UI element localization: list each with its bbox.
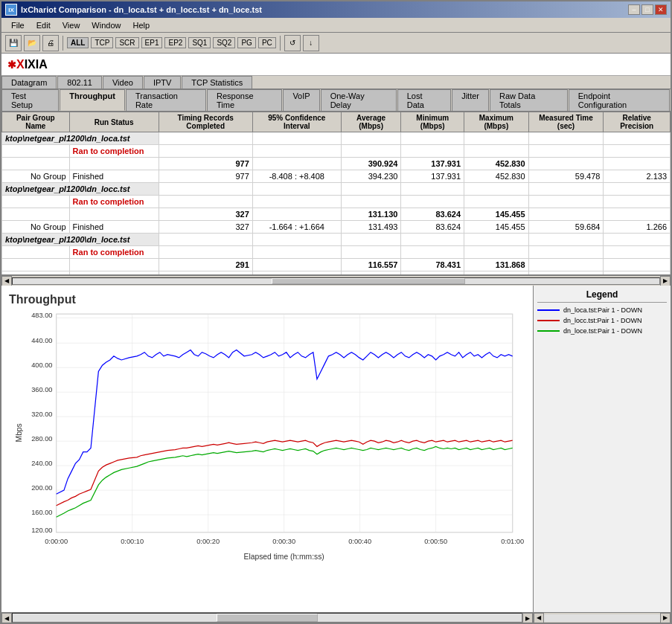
header-confidence: 95% Confidence Interval (252, 112, 341, 132)
meas-loca-ng: 59.478 (528, 170, 604, 183)
avg-loca-summary: 390.924 (341, 158, 401, 170)
main-window: IX IxChariot Comparison - dn_loca.tst + … (0, 0, 672, 624)
min-loca-ng: 137.931 (401, 170, 464, 183)
menu-window[interactable]: Window (86, 20, 127, 30)
subtab-throughput[interactable]: Throughput (60, 89, 125, 111)
min-locc-summary: 83.624 (401, 208, 464, 221)
subtab-raw-data-totals[interactable]: Raw Data Totals (490, 89, 568, 111)
pg-btn[interactable]: PG (237, 37, 255, 48)
svg-text:320.00: 320.00 (31, 411, 52, 418)
content-area: Pair Group Name Run Status Timing Record… (1, 112, 671, 623)
menu-view[interactable]: View (57, 20, 86, 30)
legend-label-loce: dn_loce.tst:Pair 1 - DOWN (563, 327, 642, 335)
menu-help[interactable]: Help (127, 20, 156, 30)
cell-empty (604, 183, 671, 196)
conf-locc-ng: -1.664 : +1.664 (252, 221, 341, 234)
cell-empty (528, 208, 604, 221)
cell-empty (159, 183, 252, 196)
tab-datagram[interactable]: Datagram (1, 76, 57, 89)
cell-empty (252, 183, 341, 196)
cell-empty (252, 158, 341, 170)
maximize-button[interactable]: □ (641, 4, 653, 15)
svg-text:0:00:00: 0:00:00 (45, 538, 68, 545)
tab-tcp-statistics[interactable]: TCP Statistics (182, 76, 252, 89)
window-title: IxChariot Comparison - dn_loca.tst + dn_… (21, 5, 262, 14)
chart-hscrollbar[interactable]: ◀ ▶ (1, 612, 533, 623)
menu-file[interactable]: File (5, 20, 31, 30)
export-button[interactable]: ↓ (303, 35, 319, 51)
subtab-one-way-delay[interactable]: One-Way Delay (321, 89, 397, 111)
table-hscrollbar[interactable]: ◀ ▶ (1, 275, 671, 286)
cell-empty (252, 234, 341, 246)
cell-empty (464, 145, 529, 158)
data-table-container[interactable]: Pair Group Name Run Status Timing Record… (1, 112, 671, 275)
chart-title: Throughput (9, 293, 525, 306)
sq2-btn[interactable]: SQ2 (213, 37, 235, 48)
cell-empty (159, 246, 252, 259)
scroll-track[interactable] (12, 277, 660, 285)
sq1-btn[interactable]: SQ1 (188, 37, 211, 48)
ep1-btn[interactable]: EP1 (141, 37, 163, 48)
toolbar: 💾 📂 🖨 ALL TCP SCR EP1 EP2 SQ1 SQ2 PG PC … (1, 33, 671, 54)
subtab-jitter[interactable]: Jitter (452, 89, 489, 111)
cell-empty (252, 132, 341, 145)
cell-empty (604, 208, 671, 221)
table-row: 327 131.130 83.624 145.455 (2, 208, 671, 221)
svg-text:400.00: 400.00 (31, 361, 52, 369)
scroll-right-arrow[interactable]: ▶ (660, 276, 671, 286)
table-row: No Group Finished 327 -1.664 : +1.664 13… (2, 221, 671, 234)
chart-scroll-left[interactable]: ◀ (1, 613, 12, 623)
cell-empty (341, 246, 401, 259)
svg-text:0:00:40: 0:00:40 (348, 538, 371, 545)
legend-scroll-right[interactable]: ▶ (660, 613, 671, 623)
close-button[interactable]: ✕ (655, 4, 667, 15)
subtab-test-setup[interactable]: Test Setup (1, 89, 59, 111)
tcp-btn[interactable]: TCP (91, 37, 113, 48)
menu-edit[interactable]: Edit (31, 20, 57, 30)
max-loca-ng: 452.830 (464, 170, 529, 183)
filepath-loce: ktop\netgear_pl1200\dn_loce.tst (2, 234, 159, 246)
avg-locc-summary: 131.130 (341, 208, 401, 221)
print-button[interactable]: 🖨 (42, 35, 59, 51)
legend-scrollbar[interactable]: ◀ ▶ (533, 612, 671, 623)
subtab-response-time[interactable]: Response Time (207, 89, 282, 111)
cell-empty (252, 208, 341, 221)
subtab-voip[interactable]: VoIP (283, 89, 319, 111)
avg-loce-summary: 116.557 (341, 259, 401, 271)
table-row: No Group Finished 977 -8.408 : +8.408 39… (2, 170, 671, 183)
legend-label-locc: dn_locc.tst:Pair 1 - DOWN (563, 317, 642, 324)
scroll-thumb[interactable] (272, 278, 466, 284)
cell-empty (159, 234, 252, 246)
ep2-btn[interactable]: EP2 (164, 37, 186, 48)
subtab-transaction-rate[interactable]: Transaction Rate (126, 89, 206, 111)
group-locc: No Group (2, 221, 70, 234)
minimize-button[interactable]: – (628, 4, 640, 15)
subtab-lost-data[interactable]: Lost Data (397, 89, 451, 111)
subtab-endpoint-config[interactable]: Endpoint Configuration (569, 89, 670, 111)
pc-btn[interactable]: PC (258, 37, 276, 48)
app-icon: IX (5, 4, 17, 16)
status-locc-ng: Finished (69, 221, 159, 234)
tab-video[interactable]: Video (103, 76, 143, 89)
chart-scroll-thumb[interactable] (217, 614, 319, 622)
chart-scroll-right[interactable]: ▶ (522, 613, 533, 623)
refresh-button[interactable]: ↺ (284, 35, 301, 51)
cell-empty (604, 196, 671, 208)
svg-text:483.00: 483.00 (31, 312, 52, 319)
scr-btn[interactable]: SCR (115, 37, 138, 48)
prec-locc-ng: 1.266 (604, 221, 671, 234)
min-loca-summary: 137.931 (401, 158, 464, 170)
legend-title: Legend (537, 289, 667, 303)
open-button[interactable]: 📂 (24, 35, 40, 51)
tab-iptv[interactable]: IPTV (144, 76, 181, 89)
logo-star-icon: ✱ (7, 59, 16, 71)
legend-scroll-left[interactable]: ◀ (534, 613, 544, 623)
save-button[interactable]: 💾 (5, 35, 22, 51)
tab-80211[interactable]: 802.11 (57, 76, 102, 89)
chart-scroll-track[interactable] (12, 613, 522, 623)
legend-panel: Legend dn_loca.tst:Pair 1 - DOWN dn_locc… (533, 286, 671, 612)
legend-scroll-track[interactable] (544, 614, 660, 622)
scroll-left-arrow[interactable]: ◀ (1, 276, 12, 286)
menu-bar: File Edit View Window Help (1, 18, 671, 33)
max-locc-ng: 145.455 (464, 221, 529, 234)
